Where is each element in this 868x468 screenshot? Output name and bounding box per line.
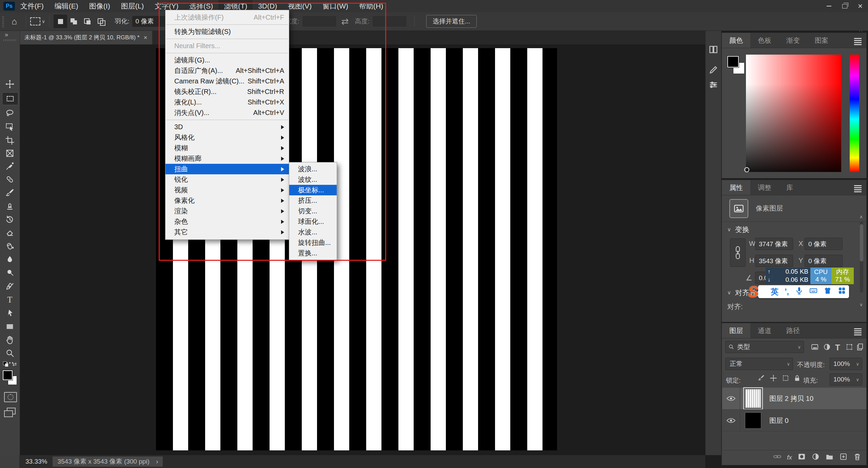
submenu-item-wave[interactable]: 波浪... <box>289 164 337 174</box>
x-value-field[interactable]: 0 像素 <box>805 238 843 250</box>
frame-tool[interactable] <box>2 147 18 159</box>
minimize-icon[interactable] <box>821 0 837 12</box>
new-adjustment-layer-icon[interactable] <box>811 452 820 463</box>
submenu-item-zigzag[interactable]: 水波... <box>289 227 337 237</box>
default-colors-icon[interactable] <box>3 362 8 367</box>
path-selection-tool[interactable] <box>2 307 18 319</box>
layer-row-1[interactable]: 图层 2 拷贝 10 <box>722 388 866 409</box>
layer-thumbnail[interactable] <box>745 412 761 429</box>
menu-image[interactable]: 图像(I) <box>84 0 116 12</box>
subtract-from-selection-button[interactable] <box>81 15 94 28</box>
fill-combo[interactable]: 100% ∨ <box>830 373 862 386</box>
new-selection-button[interactable] <box>54 15 67 28</box>
panel-menu-icon[interactable] <box>854 40 862 41</box>
filter-shape-layers-icon[interactable] <box>845 343 853 352</box>
rectangle-tool[interactable] <box>2 320 18 333</box>
transform-section-header[interactable]: ∨ 变换 <box>727 225 749 234</box>
menu-item-lens-correction[interactable]: 镜头校正(R)...Shift+Ctrl+R <box>165 86 289 97</box>
menu-item-liquify[interactable]: 液化(L)...Shift+Ctrl+X <box>165 97 289 108</box>
menu-item-filter-gallery[interactable]: 滤镜库(G)... <box>165 55 289 65</box>
ime-toolbox-icon[interactable] <box>838 287 846 297</box>
delete-layer-icon[interactable] <box>853 452 862 463</box>
add-to-selection-button[interactable] <box>67 15 81 28</box>
collapsed-panel-icon-2[interactable] <box>709 65 718 75</box>
swap-dimensions-icon[interactable]: ⇄ <box>341 16 349 27</box>
submenu-item-polar-coordinates[interactable]: 极坐标... <box>289 185 337 195</box>
menu-item-last-filter[interactable]: 上次滤镜操作(F)Alt+Ctrl+F <box>165 12 289 23</box>
new-layer-icon[interactable] <box>839 452 848 463</box>
panel-menu-icon[interactable] <box>854 187 862 188</box>
foreground-color-swatch[interactable] <box>3 370 13 380</box>
ime-keyboard-icon[interactable] <box>809 287 817 297</box>
menu-window[interactable]: 窗口(W) <box>317 0 354 12</box>
tab-adjustments[interactable]: 调整 <box>750 180 779 195</box>
menu-item-smart-filters[interactable]: 转换为智能滤镜(S) <box>165 26 289 37</box>
default-swap-colors[interactable]: ⇄ <box>2 360 18 368</box>
home-icon[interactable]: ⌂ <box>7 15 22 28</box>
menu-edit[interactable]: 编辑(E) <box>49 0 84 12</box>
ime-skin-icon[interactable] <box>824 287 832 297</box>
menu-item-other[interactable]: 其它 <box>165 227 289 237</box>
eyedropper-tool[interactable] <box>2 160 18 172</box>
lock-pixels-icon[interactable] <box>757 374 765 384</box>
blend-mode-combo[interactable]: 正常 ∨ <box>725 358 793 370</box>
y-value-field[interactable]: 0 像素 <box>805 255 843 267</box>
menu-item-distort[interactable]: 扭曲 <box>165 164 289 174</box>
screen-mode-icon[interactable] <box>4 408 16 417</box>
filter-type-layers-icon[interactable]: T <box>835 343 840 352</box>
close-tab-icon[interactable]: × <box>143 34 147 41</box>
type-tool[interactable]: T <box>2 294 18 306</box>
tab-color[interactable]: 颜色 <box>722 33 750 48</box>
dodge-tool[interactable] <box>2 267 18 279</box>
status-expand-icon[interactable]: › <box>156 458 158 465</box>
crop-tool[interactable] <box>2 134 18 147</box>
intersect-selection-button[interactable] <box>94 15 108 28</box>
tool-preset-marquee[interactable]: ∨ <box>30 17 45 25</box>
ime-punctuation-toggle[interactable]: ’, <box>785 287 789 296</box>
swap-colors-icon[interactable]: ⇄ <box>12 361 17 367</box>
link-layers-icon[interactable] <box>773 452 782 463</box>
quick-mask-icon[interactable] <box>4 392 17 402</box>
menu-layer[interactable]: 图层(L) <box>116 0 150 12</box>
lock-all-icon[interactable] <box>793 374 801 384</box>
hue-slider[interactable] <box>850 55 859 172</box>
foreground-background-swatches[interactable] <box>3 370 18 386</box>
tab-gradients[interactable]: 渐变 <box>779 33 807 48</box>
layer-style-icon[interactable]: fx <box>787 454 792 461</box>
pen-tool[interactable] <box>2 280 18 293</box>
ime-logo[interactable]: S <box>748 282 758 301</box>
submenu-item-pinch[interactable]: 挤压... <box>289 195 337 206</box>
feather-input[interactable]: 0 像素 <box>132 16 166 27</box>
document-info-field[interactable]: 3543 像素 x 3543 像素 (300 ppi) › <box>53 456 163 467</box>
collapsed-panel-icon-3[interactable] <box>709 80 718 90</box>
filter-adjustment-layers-icon[interactable] <box>823 343 831 352</box>
object-selection-tool[interactable] <box>2 121 18 133</box>
zoom-tool[interactable] <box>2 347 18 359</box>
submenu-item-displace[interactable]: 置换... <box>289 248 337 258</box>
saturation-brightness-field[interactable] <box>746 55 841 172</box>
menu-item-neural-filters[interactable]: Neural Filters... <box>165 41 289 51</box>
ime-microphone-icon[interactable] <box>795 287 803 297</box>
menu-item-pixelate[interactable]: 像素化 <box>165 195 289 206</box>
panel-menu-icon[interactable] <box>854 330 862 331</box>
toolbox-expand-icon[interactable]: » <box>5 31 8 38</box>
options-grip[interactable] <box>2 16 4 27</box>
color-foreground-swatch[interactable] <box>727 56 739 67</box>
menu-item-stylize[interactable]: 风格化 <box>165 132 289 143</box>
opacity-combo[interactable]: 100% ∨ <box>830 358 862 370</box>
layer-thumbnail[interactable] <box>745 389 761 408</box>
layer-visibility-icon[interactable] <box>722 410 740 431</box>
ime-language-toggle[interactable]: 英 <box>771 287 778 297</box>
layer-name[interactable]: 图层 2 拷贝 10 <box>769 394 813 403</box>
filter-pixel-layers-icon[interactable] <box>811 343 819 352</box>
properties-scrollbar[interactable]: ∧ ∨ <box>859 214 864 307</box>
rectangular-marquee-tool[interactable] <box>2 92 18 105</box>
lasso-tool[interactable] <box>2 107 18 119</box>
document-tab[interactable]: 未标题-1 @ 33.3% (图层 2 拷贝 10, RGB/8) * × <box>20 31 152 44</box>
clone-stamp-tool[interactable] <box>2 200 18 212</box>
restore-icon[interactable] <box>837 0 852 12</box>
select-and-mask-button[interactable]: 选择并遮住... <box>426 15 477 28</box>
collapsed-panel-icon-1[interactable] <box>709 45 718 54</box>
tab-libraries[interactable]: 库 <box>779 180 801 195</box>
submenu-item-ripple[interactable]: 波纹... <box>289 174 337 185</box>
